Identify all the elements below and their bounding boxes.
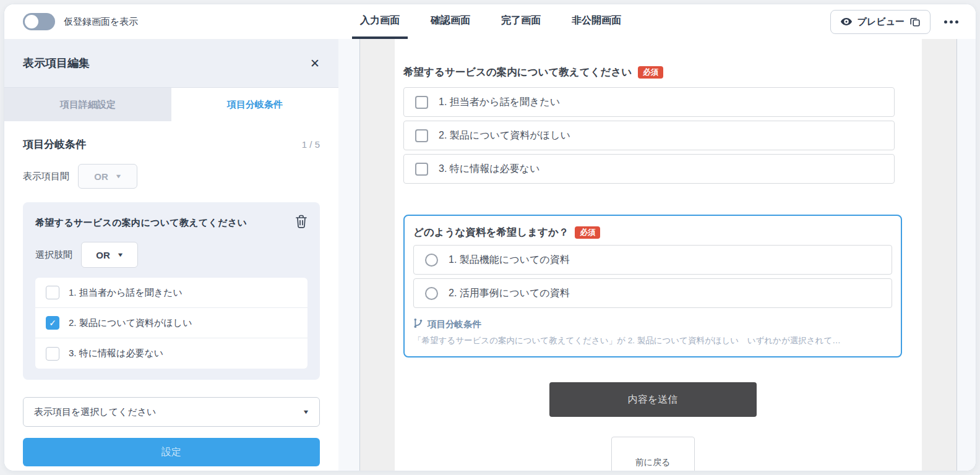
condition-question-title: 希望するサービスの案内について教えてください bbox=[35, 217, 247, 229]
screen-tabs: 入力画面 確認画面 完了画面 非公開画面 bbox=[345, 4, 637, 39]
tab-item-branch-conditions[interactable]: 項目分岐条件 bbox=[171, 88, 338, 121]
between-items-operator-select[interactable]: OR ▼ bbox=[78, 164, 137, 189]
choice-item-2[interactable]: ✓ 2. 製品について資料がほしい bbox=[35, 308, 307, 338]
q2-option-2[interactable]: 2. 活用事例についての資料 bbox=[413, 278, 892, 308]
q1-option-1[interactable]: 1. 担当者から話を聞きたい bbox=[403, 87, 895, 117]
eye-icon bbox=[841, 17, 852, 26]
condition-choice-list: 1. 担当者から話を聞きたい ✓ 2. 製品について資料がほしい 3. 特に情報… bbox=[35, 278, 307, 369]
checkbox-unchecked[interactable] bbox=[415, 129, 428, 142]
edit-panel-tabs: 項目詳細設定 項目分岐条件 bbox=[4, 88, 338, 121]
radio-unselected[interactable] bbox=[425, 287, 438, 300]
topbar-left: 仮登録画面を表示 bbox=[4, 4, 345, 39]
branch-section-header: 項目分岐条件 1 / 5 bbox=[23, 137, 320, 152]
edit-panel-header: 表示項目編集 ✕ bbox=[4, 39, 338, 88]
q2-option-1[interactable]: 1. 製品機能についての資料 bbox=[413, 245, 892, 275]
question-1: 希望するサービスの案内について教えてください 必須 1. 担当者から話を聞きたい… bbox=[403, 66, 902, 184]
set-button[interactable]: 設定 bbox=[23, 438, 320, 466]
edit-panel-body: 項目分岐条件 1 / 5 表示項目間 OR ▼ 希望するサービスの案内について教… bbox=[4, 121, 338, 471]
display-item-select-placeholder: 表示項目を選択してください bbox=[34, 406, 156, 418]
display-item-select[interactable]: 表示項目を選択してください ▼ bbox=[23, 397, 320, 427]
toggle-label: 仮登録画面を表示 bbox=[64, 16, 138, 28]
topbar-right: プレビュー bbox=[637, 4, 976, 39]
sidebar-gutter bbox=[338, 39, 359, 471]
tab-complete-screen[interactable]: 完了画面 bbox=[493, 4, 549, 39]
app-window: 仮登録画面を表示 入力画面 確認画面 完了画面 非公開画面 プレビュー bbox=[4, 4, 976, 471]
question-2-header: どのような資料を希望しますか？ 必須 bbox=[413, 226, 892, 239]
checkbox-checked[interactable]: ✓ bbox=[46, 316, 59, 330]
branch-condition-label: 項目分岐条件 bbox=[428, 319, 481, 330]
between-choices-operator-select[interactable]: OR ▼ bbox=[81, 242, 138, 268]
branch-condition-summary: 項目分岐条件 bbox=[413, 318, 892, 331]
branch-section-title: 項目分岐条件 bbox=[23, 137, 86, 152]
question-2-title: どのような資料を希望しますか？ bbox=[413, 226, 569, 239]
between-items-row: 表示項目間 OR ▼ bbox=[23, 164, 320, 189]
branch-icon bbox=[413, 318, 423, 331]
question-1-title: 希望するサービスの案内について教えてください bbox=[403, 66, 632, 79]
more-menu-button[interactable] bbox=[944, 20, 958, 24]
tab-confirm-screen[interactable]: 確認画面 bbox=[423, 4, 478, 39]
choice-item-1[interactable]: 1. 担当者から話を聞きたい bbox=[35, 278, 307, 308]
required-badge: 必須 bbox=[575, 226, 600, 239]
branch-condition-text: 「希望するサービスの案内について教えてください」が 2. 製品について資料がほし… bbox=[413, 335, 892, 346]
submit-button[interactable]: 内容を送信 bbox=[549, 382, 757, 417]
branch-pager: 1 / 5 bbox=[302, 139, 320, 150]
preview-button-label: プレビュー bbox=[858, 16, 905, 28]
content-row: 表示項目編集 ✕ 項目詳細設定 項目分岐条件 項目分岐条件 1 / 5 表示項目… bbox=[4, 39, 976, 471]
chevron-down-icon: ▼ bbox=[303, 409, 310, 415]
top-bar: 仮登録画面を表示 入力画面 確認画面 完了画面 非公開画面 プレビュー bbox=[4, 4, 976, 39]
temp-registration-toggle[interactable] bbox=[23, 13, 55, 30]
tab-item-detail-settings[interactable]: 項目詳細設定 bbox=[4, 88, 171, 121]
chevron-down-icon: ▼ bbox=[116, 252, 124, 258]
choice-item-3[interactable]: 3. 特に情報は必要ない bbox=[35, 338, 307, 369]
back-button[interactable]: 前に戻る bbox=[611, 437, 695, 471]
condition-card-header: 希望するサービスの案内について教えてください bbox=[35, 215, 307, 231]
between-choices-label: 選択肢間 bbox=[35, 249, 72, 261]
preview-canvas: 希望するサービスの案内について教えてください 必須 1. 担当者から話を聞きたい… bbox=[359, 39, 957, 471]
tab-input-screen[interactable]: 入力画面 bbox=[352, 4, 408, 39]
q1-option-2[interactable]: 2. 製品について資料がほしい bbox=[403, 121, 895, 150]
edit-panel: 表示項目編集 ✕ 項目詳細設定 項目分岐条件 項目分岐条件 1 / 5 表示項目… bbox=[4, 39, 338, 471]
edit-panel-title: 表示項目編集 bbox=[23, 56, 90, 71]
branch-condition-card: 希望するサービスの案内について教えてください 選択肢間 OR ▼ bbox=[23, 202, 320, 380]
required-badge: 必須 bbox=[638, 66, 663, 79]
trash-icon[interactable] bbox=[295, 215, 307, 231]
between-choices-row: 選択肢間 OR ▼ bbox=[35, 242, 307, 268]
tab-private-screen[interactable]: 非公開画面 bbox=[564, 4, 629, 39]
checkbox-unchecked[interactable] bbox=[46, 286, 59, 299]
checkbox-unchecked[interactable] bbox=[415, 163, 428, 176]
radio-unselected[interactable] bbox=[425, 254, 438, 267]
toggle-knob bbox=[25, 15, 38, 28]
close-icon[interactable]: ✕ bbox=[310, 58, 320, 69]
duplicate-window-icon bbox=[910, 17, 920, 27]
chevron-down-icon: ▼ bbox=[114, 174, 122, 179]
q1-option-3[interactable]: 3. 特に情報は必要ない bbox=[403, 154, 895, 184]
question-1-header: 希望するサービスの案内について教えてください 必須 bbox=[403, 66, 902, 79]
preview-button[interactable]: プレビュー bbox=[830, 10, 931, 34]
canvas-right-gutter bbox=[957, 39, 976, 471]
between-items-label: 表示項目間 bbox=[23, 171, 69, 182]
form-page: 希望するサービスの案内について教えてください 必須 1. 担当者から話を聞きたい… bbox=[395, 39, 922, 471]
checkbox-unchecked[interactable] bbox=[46, 347, 59, 361]
question-2-selected-panel[interactable]: どのような資料を希望しますか？ 必須 1. 製品機能についての資料 2. 活用事… bbox=[403, 215, 902, 357]
checkbox-unchecked[interactable] bbox=[415, 96, 428, 109]
